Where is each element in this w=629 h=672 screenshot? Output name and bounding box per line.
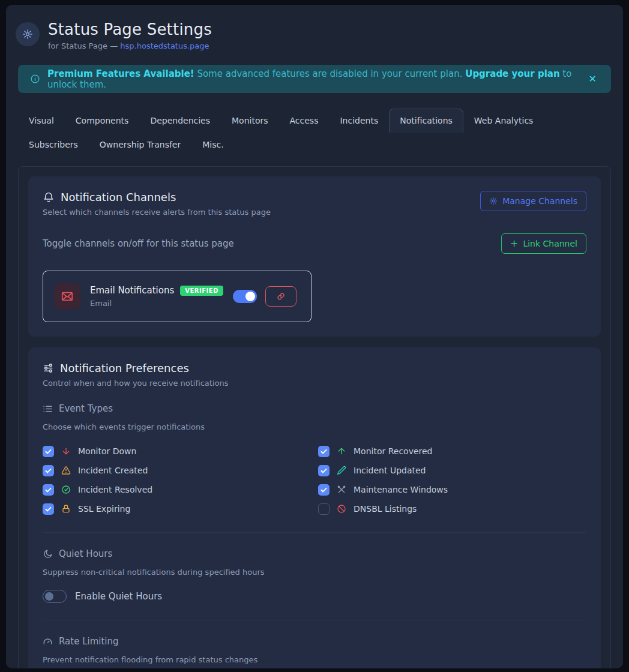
tab-incidents[interactable]: Incidents bbox=[329, 109, 389, 133]
email-channel-card: Email Notifications VERIFIED Email bbox=[43, 271, 311, 322]
event-type-row: Maintenance Windows bbox=[318, 483, 586, 496]
tab-web-analytics[interactable]: Web Analytics bbox=[463, 109, 544, 133]
settings-page: Status Page Settings for Status Page — h… bbox=[6, 5, 623, 668]
pencil-icon bbox=[337, 466, 346, 475]
premium-banner: Premium Features Available! Some advance… bbox=[18, 65, 611, 93]
tab-subscribers[interactable]: Subscribers bbox=[18, 133, 89, 157]
info-icon bbox=[30, 74, 40, 84]
tab-ownership-transfer[interactable]: Ownership Transfer bbox=[89, 133, 191, 157]
event-label: Maintenance Windows bbox=[354, 485, 448, 494]
notification-channels-card: Notification Channels Select which chann… bbox=[28, 176, 601, 337]
settings-tabs: VisualComponentsDependenciesMonitorsAcce… bbox=[18, 109, 611, 157]
quiet-hours-heading: Quiet Hours bbox=[59, 548, 112, 559]
sliders-icon bbox=[43, 362, 54, 374]
page-header: Status Page Settings for Status Page — h… bbox=[6, 5, 623, 50]
event-label: DNSBL Listings bbox=[354, 504, 417, 514]
settings-gear-badge bbox=[16, 22, 40, 46]
ban-icon bbox=[337, 504, 346, 514]
channel-type: Email bbox=[90, 299, 223, 308]
event-checkbox[interactable] bbox=[318, 465, 330, 476]
gear-icon bbox=[22, 29, 33, 40]
event-label: Monitor Down bbox=[78, 446, 136, 456]
preferences-subtitle: Control when and how you receive notific… bbox=[43, 379, 586, 388]
event-label: Incident Created bbox=[78, 466, 148, 475]
divider bbox=[43, 620, 586, 620]
event-types-section: Event Types Choose which events trigger … bbox=[43, 403, 586, 515]
event-checkbox[interactable] bbox=[43, 484, 54, 496]
status-page-link[interactable]: hsp.hostedstatus.page bbox=[120, 41, 209, 50]
lock-icon bbox=[61, 504, 71, 514]
event-type-row: SSL Expiring bbox=[43, 502, 311, 515]
tab-visual[interactable]: Visual bbox=[18, 109, 65, 133]
channels-subtitle: Select which channels receive alerts fro… bbox=[43, 208, 271, 217]
event-types-column: Monitor DownIncident CreatedIncident Res… bbox=[43, 445, 311, 515]
event-type-row: Monitor Recovered bbox=[318, 445, 586, 458]
email-channel-toggle[interactable] bbox=[233, 290, 257, 303]
event-checkbox[interactable] bbox=[43, 465, 54, 476]
page-subtitle: for Status Page — hsp.hostedstatus.page bbox=[48, 41, 212, 50]
tab-access[interactable]: Access bbox=[279, 109, 330, 133]
quiet-hours-section: Quiet Hours Suppress non-critical notifi… bbox=[43, 548, 586, 603]
event-label: Incident Resolved bbox=[78, 485, 152, 494]
tab-components[interactable]: Components bbox=[65, 109, 140, 133]
rate-limiting-heading: Rate Limiting bbox=[59, 636, 119, 647]
arrow-up-icon bbox=[337, 446, 346, 456]
email-channel-avatar bbox=[54, 283, 80, 310]
unlink-channel-button[interactable] bbox=[265, 286, 296, 307]
channels-title: Notification Channels bbox=[61, 191, 176, 203]
event-type-row: DNSBL Listings bbox=[318, 502, 586, 515]
event-checkbox[interactable] bbox=[43, 503, 54, 515]
subtitle-text: for Status Page — bbox=[48, 41, 120, 50]
banner-text: Premium Features Available! Some advance… bbox=[47, 68, 572, 90]
plus-icon: + bbox=[510, 241, 518, 247]
event-types-column: Monitor RecoveredIncident UpdatedMainten… bbox=[318, 445, 586, 515]
page-title: Status Page Settings bbox=[48, 20, 212, 38]
event-types-heading: Event Types bbox=[59, 403, 113, 414]
event-checkbox[interactable] bbox=[43, 446, 54, 457]
banner-close-button[interactable]: ✕ bbox=[586, 71, 599, 87]
quiet-hours-toggle-label: Enable Quiet Hours bbox=[75, 591, 162, 602]
gear-icon bbox=[489, 197, 498, 205]
event-label: Monitor Recovered bbox=[354, 446, 433, 456]
divider bbox=[43, 532, 586, 533]
toggle-channels-hint: Toggle channels on/off for this status p… bbox=[43, 238, 234, 249]
event-type-row: Incident Resolved bbox=[43, 483, 311, 496]
notification-preferences-card: Notification Preferences Control when an… bbox=[28, 347, 601, 668]
preferences-title: Notification Preferences bbox=[60, 362, 189, 374]
event-label: Incident Updated bbox=[354, 466, 426, 475]
verified-badge: VERIFIED bbox=[180, 286, 223, 296]
link-channel-button[interactable]: + Link Channel bbox=[501, 233, 586, 254]
moon-icon bbox=[43, 549, 53, 559]
list-icon bbox=[43, 404, 53, 414]
event-checkbox[interactable] bbox=[318, 446, 330, 457]
rate-limiting-subtitle: Prevent notification flooding from rapid… bbox=[43, 655, 586, 664]
tab-monitors[interactable]: Monitors bbox=[221, 109, 279, 133]
tab-misc[interactable]: Misc. bbox=[191, 133, 234, 157]
event-type-row: Monitor Down bbox=[43, 445, 311, 458]
rate-limiting-section: Rate Limiting Prevent notification flood… bbox=[43, 636, 586, 668]
tools-icon bbox=[337, 485, 346, 494]
gauge-icon bbox=[43, 637, 53, 647]
event-types-grid: Monitor DownIncident CreatedIncident Res… bbox=[43, 445, 586, 515]
bell-icon bbox=[43, 191, 55, 203]
quiet-hours-subtitle: Suppress non-critical notifications duri… bbox=[43, 568, 586, 577]
event-label: SSL Expiring bbox=[78, 504, 130, 514]
event-checkbox[interactable] bbox=[318, 503, 330, 515]
channel-name: Email Notifications bbox=[90, 285, 174, 296]
link-icon bbox=[277, 292, 285, 301]
event-checkbox[interactable] bbox=[318, 484, 330, 496]
manage-channels-button[interactable]: Manage Channels bbox=[480, 191, 586, 211]
notifications-panel: Notification Channels Select which chann… bbox=[18, 166, 611, 668]
tab-dependencies[interactable]: Dependencies bbox=[139, 109, 221, 133]
tab-notifications[interactable]: Notifications bbox=[389, 109, 463, 133]
warning-triangle-icon bbox=[61, 466, 71, 475]
check-circle-icon bbox=[61, 485, 71, 494]
event-type-row: Incident Created bbox=[43, 464, 311, 477]
arrow-down-icon bbox=[61, 446, 71, 456]
envelope-icon bbox=[61, 290, 74, 303]
enable-quiet-hours-toggle[interactable] bbox=[43, 590, 67, 603]
event-type-row: Incident Updated bbox=[318, 464, 586, 477]
event-types-subtitle: Choose which events trigger notification… bbox=[43, 422, 586, 431]
